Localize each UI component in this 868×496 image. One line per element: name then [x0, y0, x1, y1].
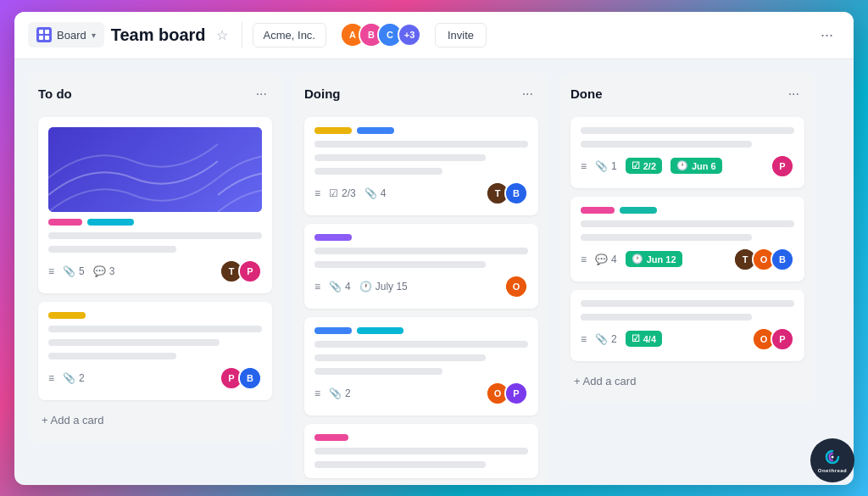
card-meta-left: ≡ 📎 4 🕐 July 15 — [314, 281, 408, 293]
header: Board ▾ Team board ☆ Acme, Inc. A B C +3… — [14, 12, 854, 59]
card-doing-2[interactable]: ≡ 📎 4 🕐 July 15 O — [304, 224, 538, 309]
card-avatars: P — [771, 154, 794, 178]
chevron-down-icon: ▾ — [92, 31, 96, 40]
card-avatar: B — [238, 366, 262, 390]
comment-icon: 💬 — [595, 254, 608, 265]
paperclip-icon: 📎 — [329, 281, 342, 293]
tag — [581, 207, 615, 214]
card-line — [581, 141, 752, 148]
checklist-count: 2/3 — [342, 187, 356, 199]
list-icon: ≡ — [314, 281, 320, 293]
checklist-badge: ☑ 4/4 — [626, 331, 662, 347]
card-doing-3[interactable]: ≡ 📎 2 O P — [304, 317, 538, 415]
card-tags — [314, 327, 528, 334]
attachments-count: 4 — [345, 281, 351, 293]
card-line — [581, 314, 752, 320]
card-tags — [581, 207, 794, 214]
attachments-count: 2 — [79, 372, 85, 384]
tag — [314, 327, 352, 334]
meta-list: ≡ — [48, 372, 54, 384]
onethread-logo-text: Onethread — [818, 468, 848, 473]
meta-attachments: 📎 4 — [364, 187, 387, 199]
clock-icon: 🕐 — [676, 160, 688, 171]
card-line — [314, 341, 528, 348]
card-meta: ≡ 📎 4 🕐 July 15 O — [314, 275, 528, 298]
svg-point-4 — [832, 456, 834, 459]
paperclip-icon: 📎 — [364, 187, 377, 199]
card-line — [314, 354, 486, 361]
tag — [87, 219, 134, 226]
card-meta-left: ≡ 📎 5 💬 3 — [48, 265, 114, 277]
add-card-todo[interactable]: + Add a card — [38, 409, 272, 432]
column-more-doing[interactable]: ··· — [517, 85, 538, 103]
check-icon: ☑ — [329, 187, 338, 199]
more-icon: ··· — [821, 26, 833, 43]
card-done-2[interactable]: ≡ 💬 4 🕐 Jun 12 T — [570, 197, 804, 281]
workspace-button[interactable]: Acme, Inc. — [253, 23, 326, 47]
board: To do ··· ≡ — [14, 59, 854, 485]
checklist-badge: ☑ 2/2 — [626, 158, 662, 174]
app-container: Board ▾ Team board ☆ Acme, Inc. A B C +3… — [14, 12, 854, 485]
add-card-done[interactable]: + Add a card — [570, 370, 804, 393]
list-icon: ≡ — [581, 254, 587, 265]
card-tags — [314, 434, 528, 441]
card-done-3[interactable]: ≡ 📎 2 ☑ 4/4 O — [570, 290, 804, 361]
meta-attachments: 📎 5 — [63, 265, 85, 277]
card-line — [314, 154, 486, 161]
attachments-count: 2 — [345, 387, 351, 399]
card-line — [48, 232, 262, 239]
card-cover — [48, 127, 262, 212]
due-date-badge: 🕐 Jun 12 — [626, 251, 682, 267]
card-line — [314, 141, 528, 148]
onethread-logo-icon — [822, 448, 843, 468]
meta-list: ≡ — [581, 333, 587, 345]
card-doing-4[interactable] — [304, 424, 538, 478]
due-date-value: Jun 6 — [692, 161, 716, 171]
comment-icon: 💬 — [93, 265, 106, 277]
meta-attachments: 📎 2 — [595, 333, 617, 345]
card-doing-1[interactable]: ≡ ☑ 2/3 📎 4 T — [304, 117, 538, 215]
card-line — [314, 248, 528, 254]
card-meta-left: ≡ 📎 2 — [314, 387, 351, 399]
card-line — [314, 368, 442, 375]
star-button[interactable]: ☆ — [213, 24, 231, 47]
list-icon: ≡ — [581, 160, 587, 172]
card-line — [581, 127, 794, 134]
column-more-done[interactable]: ··· — [783, 85, 804, 103]
card-todo-2[interactable]: ≡ 📎 2 P B — [38, 302, 272, 400]
invite-button[interactable]: Invite — [435, 23, 487, 47]
list-icon: ≡ — [314, 187, 320, 199]
checklist-value: 2/2 — [643, 161, 656, 171]
card-meta-left: ≡ 📎 2 ☑ 4/4 — [581, 331, 662, 347]
svg-rect-1 — [45, 30, 49, 34]
meta-comments: 💬 3 — [93, 265, 115, 277]
card-avatar: B — [771, 248, 794, 271]
card-line — [581, 300, 794, 307]
card-meta: ≡ 📎 1 ☑ 2/2 🕐 Jun 6 — [581, 154, 794, 178]
column-header-doing: Doing ··· — [304, 83, 538, 109]
meta-attachments: 📎 2 — [329, 387, 351, 399]
paperclip-icon: 📎 — [595, 160, 608, 172]
tag — [314, 234, 352, 241]
meta-checklist: ☑ 2/3 — [329, 187, 356, 199]
card-todo-1[interactable]: ≡ 📎 5 💬 3 T — [38, 117, 272, 293]
svg-rect-3 — [45, 36, 49, 40]
card-line — [48, 326, 262, 332]
more-options-button[interactable]: ··· — [814, 23, 840, 47]
header-left: Board ▾ Team board ☆ — [28, 22, 231, 47]
extra-members-count[interactable]: +3 — [398, 23, 421, 47]
attachments-count: 4 — [381, 187, 387, 199]
paperclip-icon: 📎 — [595, 333, 608, 345]
column-done: Done ··· ≡ 📎 1 — [560, 73, 815, 403]
card-done-1[interactable]: ≡ 📎 1 ☑ 2/2 🕐 Jun 6 — [570, 117, 804, 188]
card-avatars: T O B — [733, 248, 794, 271]
card-tags — [314, 234, 528, 241]
card-line — [48, 246, 176, 253]
tag — [357, 127, 394, 134]
card-avatars: P B — [220, 366, 262, 390]
column-title-todo: To do — [38, 86, 72, 101]
list-icon: ≡ — [581, 333, 587, 345]
board-menu-button[interactable]: Board ▾ — [28, 22, 104, 47]
column-more-todo[interactable]: ··· — [251, 85, 272, 103]
card-avatar: P — [771, 327, 794, 351]
